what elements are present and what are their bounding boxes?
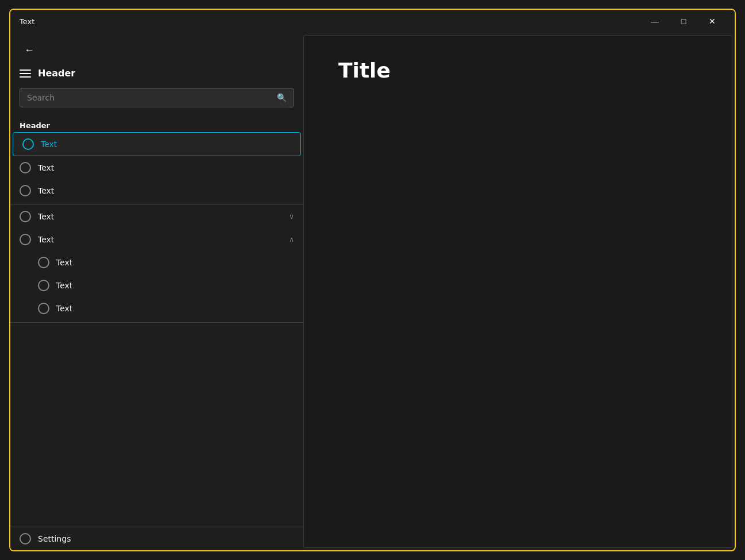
list-item-2[interactable]: Text	[10, 156, 303, 179]
main-content: ← Header 🔍 Header	[10, 33, 735, 550]
list-item-label-1: Text	[41, 140, 291, 149]
list-group-2: Text ∨ Text ∧ Text Text	[10, 205, 303, 323]
settings-section: Settings	[10, 527, 303, 550]
app-window: Text — □ ✕ ← Header	[9, 9, 736, 551]
panel-title: Title	[338, 59, 697, 82]
search-input[interactable]	[27, 93, 272, 102]
close-button[interactable]: ✕	[699, 13, 725, 30]
settings-label: Settings	[38, 534, 294, 543]
chevron-up-icon: ∧	[289, 235, 294, 244]
list-item-3[interactable]: Text	[10, 179, 303, 202]
radio-circle-4	[20, 211, 31, 222]
sidebar-top-nav: ←	[10, 33, 303, 63]
title-bar: Text — □ ✕	[10, 10, 735, 33]
list-item-label-2: Text	[38, 163, 294, 172]
maximize-button[interactable]: □	[670, 13, 697, 30]
list-item-label-sub-1: Text	[56, 258, 294, 267]
settings-item[interactable]: Settings	[10, 527, 303, 550]
radio-circle-1	[22, 138, 34, 150]
list-item-5[interactable]: Text ∧	[10, 228, 303, 251]
window-controls: — □ ✕	[642, 13, 725, 30]
back-button[interactable]: ←	[20, 42, 39, 59]
radio-circle-sub-1	[38, 257, 49, 268]
radio-circle-settings	[20, 533, 31, 544]
window-title: Text	[20, 17, 34, 26]
list-item-label-sub-3: Text	[56, 304, 294, 313]
search-box: 🔍	[20, 88, 294, 107]
section-header: Header	[10, 117, 303, 132]
list-item-4[interactable]: Text ∨	[10, 205, 303, 228]
list-item-label-4: Text	[38, 212, 282, 221]
list-item-sub-1[interactable]: Text	[10, 251, 303, 274]
radio-circle-sub-3	[38, 303, 49, 314]
minimize-button[interactable]: —	[642, 13, 668, 30]
search-icon: 🔍	[277, 93, 287, 102]
list-item-sub-2[interactable]: Text	[10, 274, 303, 297]
sidebar-header-row: Header	[10, 63, 303, 86]
list-group-1: Text Text Text	[10, 132, 303, 205]
radio-circle-3	[20, 185, 31, 196]
radio-circle-2	[20, 162, 31, 173]
list-item-sub-3[interactable]: Text	[10, 297, 303, 320]
radio-circle-5	[20, 234, 31, 245]
right-panel: Title	[303, 35, 732, 548]
hamburger-icon[interactable]	[20, 69, 31, 78]
sidebar: ← Header 🔍 Header	[10, 33, 303, 550]
list-item-label-5: Text	[38, 235, 282, 244]
list-item-1[interactable]: Text	[13, 132, 301, 156]
chevron-down-icon: ∨	[289, 213, 294, 221]
search-container: 🔍	[10, 86, 303, 117]
list-item-label-sub-2: Text	[56, 281, 294, 290]
radio-circle-sub-2	[38, 280, 49, 291]
list-item-label-3: Text	[38, 186, 294, 195]
sidebar-header-label: Header	[38, 68, 75, 79]
